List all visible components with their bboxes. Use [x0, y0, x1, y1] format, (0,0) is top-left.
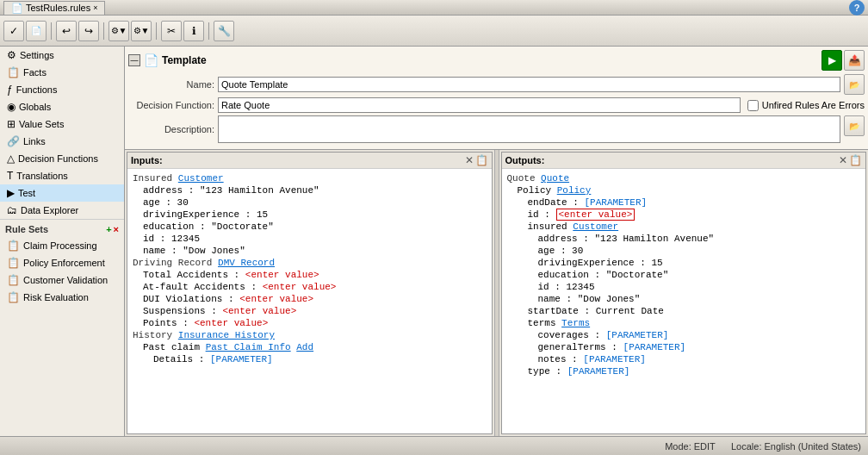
inputs-remove-btn[interactable]: ✕ [465, 154, 474, 166]
list-item: address : "123 Hamilton Avenue" [133, 184, 487, 196]
name-input[interactable] [218, 77, 840, 92]
main-area: ⚙ Settings 📋 Facts ƒ Functions ◉ Globals… [0, 47, 868, 436]
rule-sets-title: Rule Sets [5, 224, 48, 234]
toolbar-sep-4 [208, 22, 209, 40]
list-item: Policy Policy [507, 184, 861, 196]
customer-validation-icon: 📋 [7, 274, 20, 286]
list-item: At-fault Accidents : <enter value> [133, 281, 487, 293]
decision-function-label: Decision Function: [128, 100, 214, 110]
settings-icon: ⚙ [7, 49, 16, 61]
tab-close-btn[interactable]: × [93, 3, 97, 12]
inputs-actions: ✕ 📋 [465, 154, 488, 166]
rule-sets-remove-btn[interactable]: × [114, 224, 119, 234]
rule-sets-add-btn[interactable]: + [106, 224, 111, 234]
status-bar: Mode: EDIT Locale: English (United State… [0, 436, 868, 455]
rule-sets-section: Rule Sets + × 📋 Claim Processing 📋 Polic… [0, 219, 124, 308]
sidebar-item-claim-processing[interactable]: 📋 Claim Processing [0, 237, 124, 254]
toolbar-undo-btn[interactable]: ↩ [56, 21, 77, 41]
sidebar-label-links: Links [23, 136, 46, 146]
template-run-btn[interactable]: ▶ [822, 50, 842, 71]
outputs-add-btn[interactable]: 📋 [849, 154, 862, 166]
list-item: drivingExperience : 15 [133, 209, 487, 221]
name-browse-btn[interactable]: 📂 [844, 74, 865, 95]
list-item: Quote Quote [507, 172, 861, 184]
outputs-panel: Outputs: ✕ 📋 Quote Quote Policy Policy e… [501, 152, 867, 434]
sidebar-label-globals: Globals [19, 102, 51, 112]
rule-sets-actions: + × [106, 224, 119, 234]
toolbar-sep-3 [156, 22, 157, 40]
desc-browse-btn[interactable]: 📂 [844, 115, 865, 136]
toolbar-build-btn[interactable]: 🔧 [214, 21, 234, 41]
name-label: Name: [128, 79, 214, 90]
list-item: name : "Dow Jones" [133, 245, 487, 257]
rule-sets-header: Rule Sets + × [0, 221, 124, 237]
sidebar-item-value-sets[interactable]: ⊞ Value Sets [0, 115, 124, 133]
list-item: coverages : [PARAMETER] [507, 329, 861, 341]
inputs-add-btn[interactable]: 📋 [475, 154, 488, 166]
template-collapse-btn[interactable]: — [128, 54, 140, 66]
outputs-title: Outputs: [505, 155, 545, 165]
sidebar: ⚙ Settings 📋 Facts ƒ Functions ◉ Globals… [0, 47, 125, 436]
list-item: terms Terms [507, 317, 861, 329]
template-doc-icon: 📄 [144, 53, 158, 67]
template-export-btn[interactable]: 📤 [844, 50, 865, 71]
list-item: insured Customer [507, 221, 861, 233]
tab-bar: 📄 TestRules.rules × ? [0, 0, 868, 16]
io-splitter[interactable] [494, 150, 499, 436]
sidebar-item-translations[interactable]: T Translations [0, 167, 124, 184]
list-item: Suspensions : <enter value> [133, 305, 487, 317]
toolbar-sep-2 [103, 22, 104, 40]
toolbar-sep-1 [51, 22, 52, 40]
outputs-remove-btn[interactable]: ✕ [839, 154, 847, 166]
sidebar-item-policy-enforcement[interactable]: 📋 Policy Enforcement [0, 254, 124, 271]
sidebar-item-functions[interactable]: ƒ Functions [0, 81, 124, 98]
sidebar-label-policy-enforcement: Policy Enforcement [23, 258, 105, 268]
toolbar-file-btn[interactable]: 📄 [26, 21, 46, 41]
rules-tab[interactable]: 📄 TestRules.rules × [3, 1, 105, 15]
sidebar-item-settings[interactable]: ⚙ Settings [0, 47, 124, 64]
sidebar-item-links[interactable]: 🔗 Links [0, 133, 124, 150]
sidebar-item-risk-evaluation[interactable]: 📋 Risk Evaluation [0, 289, 124, 306]
outputs-actions: ✕ 📋 [839, 154, 862, 166]
outputs-content: Quote Quote Policy Policy endDate : [PAR… [502, 169, 866, 433]
help-button[interactable]: ? [849, 0, 865, 16]
tab-label: TestRules.rules [26, 3, 90, 13]
list-item: notes : [PARAMETER] [507, 353, 861, 365]
list-item: generalTerms : [PARAMETER] [507, 341, 861, 353]
sidebar-item-data-explorer[interactable]: 🗂 Data Explorer [0, 202, 124, 219]
list-item: education : "Doctorate" [507, 269, 861, 281]
template-section: — 📄 Template ▶ 📤 Name: 📂 Decision Functi… [125, 47, 868, 150]
sidebar-label-functions: Functions [16, 84, 58, 95]
sidebar-item-facts[interactable]: 📋 Facts [0, 64, 124, 81]
decision-function-row: Decision Function: Unfired Rules Are Err… [128, 97, 865, 113]
decision-function-input[interactable] [218, 97, 741, 113]
risk-evaluation-icon: 📋 [7, 291, 20, 303]
sidebar-item-test[interactable]: ▶ Test [0, 184, 124, 202]
list-item: Insured Customer [133, 172, 487, 184]
list-item: Points : <enter value> [133, 317, 487, 329]
toolbar-redo-btn[interactable]: ↪ [78, 21, 99, 41]
toolbar-scissors-btn[interactable]: ✂ [161, 21, 182, 41]
functions-icon: ƒ [7, 84, 13, 96]
toolbar-settings-btn[interactable]: ⚙▼ [108, 21, 129, 41]
sidebar-label-test: Test [18, 188, 35, 198]
list-item: address : "123 Hamilton Avenue" [507, 233, 861, 245]
template-toolbar-right: ▶ 📤 [822, 50, 865, 71]
list-item: DUI Violations : <enter value> [133, 293, 487, 305]
translations-icon: T [7, 170, 13, 182]
list-item: type : [PARAMETER] [507, 365, 861, 377]
description-textarea[interactable] [218, 115, 840, 143]
sidebar-item-customer-validation[interactable]: 📋 Customer Validation [0, 271, 124, 289]
toolbar-check-btn[interactable]: ✓ [3, 21, 24, 41]
toolbar-settings2-btn[interactable]: ⚙▼ [131, 21, 152, 41]
sidebar-item-decision-functions[interactable]: △ Decision Functions [0, 150, 124, 167]
decision-functions-icon: △ [7, 153, 15, 165]
list-item: History Insurance History [133, 329, 487, 341]
sidebar-label-risk-evaluation: Risk Evaluation [23, 292, 89, 302]
list-item: name : "Dow Jones" [507, 293, 861, 305]
unfired-rules-checkbox[interactable] [747, 100, 759, 111]
description-row: Description: 📂 [128, 115, 865, 143]
sidebar-item-globals[interactable]: ◉ Globals [0, 98, 124, 115]
toolbar-info-btn[interactable]: ℹ [183, 21, 204, 41]
sidebar-label-claim-processing: Claim Processing [23, 240, 97, 251]
